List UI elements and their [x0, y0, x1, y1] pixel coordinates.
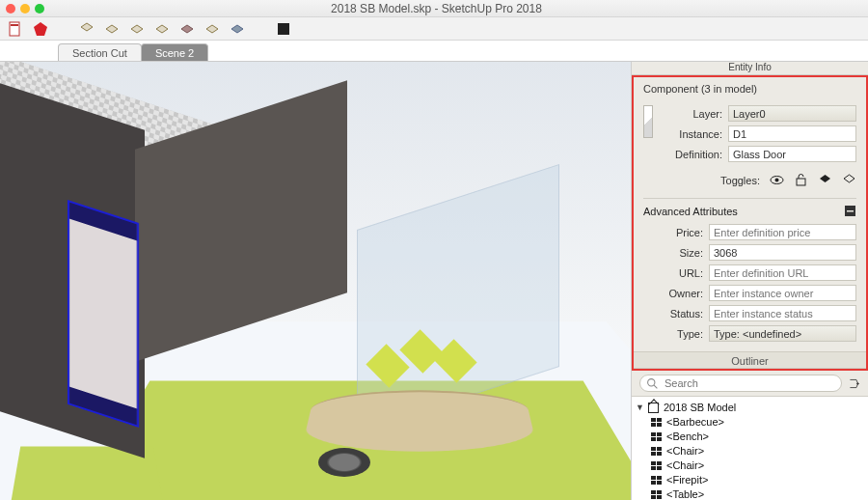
outliner-search-row: [632, 371, 868, 397]
outliner-item-bench[interactable]: <Bench>: [634, 430, 864, 444]
shadow-receive-icon[interactable]: [842, 173, 856, 187]
component-summary: Component (3 in model): [643, 83, 856, 95]
component-icon: [651, 476, 662, 485]
outliner-item-chair-1[interactable]: <Chair>: [634, 444, 864, 458]
layers5-icon[interactable]: [179, 21, 195, 37]
window-titlebar: 2018 SB Model.skp - SketchUp Pro 2018: [0, 0, 868, 17]
inspector-column: Entity Info Component (3 in model) Layer…: [632, 62, 868, 500]
layer-label: Layer:: [663, 108, 722, 120]
model-viewport[interactable]: [0, 62, 632, 500]
component-thumbnail[interactable]: [643, 105, 653, 138]
lock-toggle-icon[interactable]: [794, 173, 808, 187]
outliner-item-table[interactable]: <Table>: [634, 487, 864, 500]
price-input[interactable]: [709, 224, 856, 240]
search-icon: [646, 377, 659, 390]
cube-icon[interactable]: [276, 21, 291, 37]
type-select[interactable]: Type: <undefined>: [709, 325, 856, 342]
toggles-label: Toggles:: [720, 175, 760, 186]
scene-tabs-bar: Section Cut Scene 2: [0, 41, 868, 62]
status-input[interactable]: [709, 305, 856, 321]
visible-toggle-icon[interactable]: [770, 173, 784, 187]
file-icon[interactable]: [8, 21, 23, 37]
main-toolbar: [0, 17, 868, 41]
svg-point-18: [648, 378, 655, 385]
price-label: Price:: [643, 227, 703, 238]
instance-input[interactable]: [728, 125, 856, 142]
advanced-attributes-title: Advanced Attributes: [643, 206, 738, 217]
window-title: 2018 SB Model.skp - SketchUp Pro 2018: [11, 2, 862, 15]
svg-marker-9: [231, 25, 243, 33]
svg-rect-13: [797, 179, 805, 185]
svg-rect-17: [847, 210, 854, 212]
shadow-cast-icon[interactable]: [818, 173, 832, 187]
model-icon: [648, 403, 659, 413]
layers-icon[interactable]: [79, 21, 95, 37]
svg-marker-8: [206, 25, 218, 33]
outliner-item-firepit[interactable]: <Firepit>: [634, 473, 864, 487]
component-icon: [651, 447, 662, 456]
type-label: Type:: [643, 328, 703, 340]
outliner-title: Outliner: [634, 351, 866, 369]
svg-marker-6: [156, 25, 168, 33]
outliner-root[interactable]: ▼ 2018 SB Model: [634, 401, 864, 415]
definition-label: Definition:: [663, 149, 722, 160]
tab-scene-2[interactable]: Scene 2: [141, 43, 208, 61]
component-icon: [651, 490, 662, 499]
component-icon: [651, 418, 662, 427]
tab-section-cut[interactable]: Section Cut: [58, 43, 142, 61]
size-input[interactable]: [709, 244, 856, 261]
url-label: URL:: [643, 267, 703, 279]
layers7-icon[interactable]: [230, 21, 245, 37]
instance-label: Instance:: [663, 128, 722, 140]
svg-marker-14: [820, 175, 830, 182]
owner-label: Owner:: [643, 288, 703, 299]
layer-select[interactable]: Layer0: [728, 105, 856, 122]
svg-marker-4: [106, 25, 118, 33]
entity-info-panel: Component (3 in model) Layer: Layer0 Ins…: [632, 75, 868, 371]
outliner-root-label: 2018 SB Model: [664, 401, 736, 415]
layers2-icon[interactable]: [104, 21, 120, 37]
status-label: Status:: [643, 308, 703, 319]
layers6-icon[interactable]: [204, 21, 220, 37]
outliner-tree[interactable]: ▼ 2018 SB Model <Barbecue> <Bench> <Chai…: [632, 397, 868, 500]
svg-marker-15: [844, 175, 854, 182]
outliner-item-chair-2[interactable]: <Chair>: [634, 458, 864, 473]
layers4-icon[interactable]: [154, 21, 170, 37]
collapse-advanced-icon[interactable]: [844, 205, 856, 217]
size-label: Size:: [643, 247, 703, 259]
svg-marker-5: [131, 25, 143, 33]
svg-marker-2: [34, 22, 47, 36]
definition-input[interactable]: [728, 146, 856, 162]
url-input[interactable]: [709, 264, 856, 281]
svg-rect-1: [11, 24, 18, 26]
svg-marker-7: [181, 25, 193, 33]
disclosure-icon[interactable]: ▼: [636, 401, 643, 415]
outliner-item-barbecue[interactable]: <Barbecue>: [634, 415, 864, 430]
svg-point-12: [775, 179, 779, 182]
outliner-search-input[interactable]: [639, 375, 842, 392]
svg-marker-3: [81, 23, 93, 31]
svg-rect-10: [278, 23, 289, 35]
component-icon: [651, 461, 662, 470]
component-icon: [651, 432, 662, 441]
entity-info-title: Entity Info: [632, 62, 868, 75]
ruby-icon[interactable]: [33, 21, 48, 37]
svg-line-19: [654, 385, 657, 388]
layers3-icon[interactable]: [129, 21, 145, 37]
outliner-menu-icon[interactable]: [848, 377, 860, 390]
owner-input[interactable]: [709, 285, 856, 301]
